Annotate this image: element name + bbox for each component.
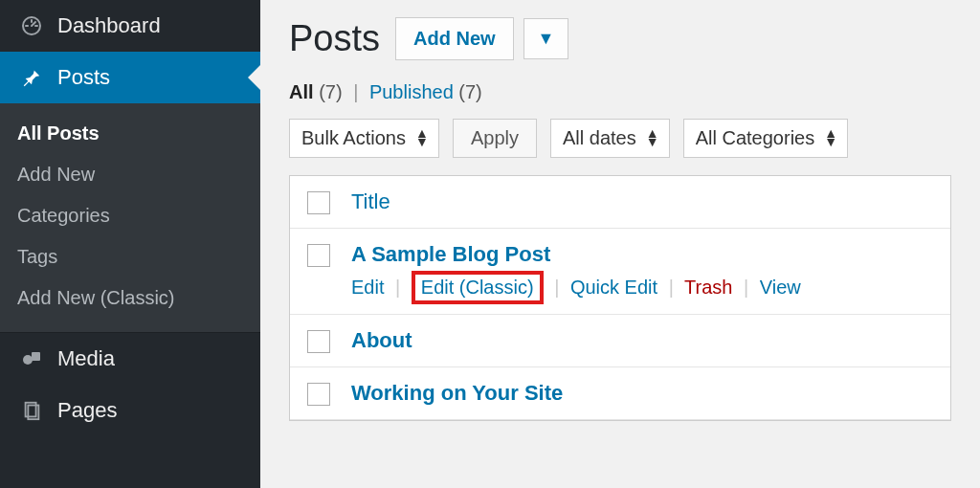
sidebar-item-media[interactable]: Media — [0, 333, 260, 385]
sidebar-item-pages[interactable]: Pages — [0, 385, 260, 436]
table-row: Working on Your Site — [290, 367, 950, 420]
posts-table: Title A Sample Blog Post Edit | Edit (Cl… — [289, 175, 951, 421]
action-quick-edit[interactable]: Quick Edit — [570, 277, 657, 298]
pin-icon — [17, 67, 46, 88]
sidebar-label-dashboard: Dashboard — [57, 13, 161, 38]
submenu-add-new-classic[interactable]: Add New (Classic) — [0, 277, 260, 319]
sidebar-label-media: Media — [57, 346, 115, 371]
sidebar-item-posts[interactable]: Posts — [0, 52, 260, 103]
sidebar-label-posts: Posts — [57, 65, 110, 90]
page-header: Posts Add New ▼ — [289, 17, 951, 60]
filter-bar: Bulk Actions ▲▼ Apply All dates ▲▼ All C… — [289, 119, 951, 158]
filter-published-link[interactable]: Published (7) — [369, 81, 482, 102]
post-status-filters: All (7) | Published (7) — [289, 81, 951, 103]
row-checkbox[interactable] — [307, 244, 330, 267]
action-trash[interactable]: Trash — [684, 277, 732, 298]
row-checkbox[interactable] — [307, 383, 330, 406]
sidebar-submenu-posts: All Posts Add New Categories Tags Add Ne… — [0, 103, 260, 332]
submenu-tags[interactable]: Tags — [0, 236, 260, 277]
svg-point-1 — [23, 355, 33, 365]
row-checkbox[interactable] — [307, 330, 330, 353]
post-title-link[interactable]: A Sample Blog Post — [351, 242, 801, 267]
media-icon — [17, 347, 46, 370]
action-view[interactable]: View — [760, 277, 801, 298]
add-new-dropdown[interactable]: ▼ — [523, 18, 569, 59]
apply-button[interactable]: Apply — [453, 119, 537, 158]
action-edit[interactable]: Edit — [351, 277, 384, 298]
bulk-actions-select[interactable]: Bulk Actions ▲▼ — [289, 119, 439, 158]
chevron-sort-icon: ▲▼ — [824, 129, 837, 148]
submenu-all-posts[interactable]: All Posts — [0, 113, 260, 154]
action-edit-classic[interactable]: Edit (Classic) — [421, 277, 534, 298]
table-row: A Sample Blog Post Edit | Edit (Classic)… — [290, 229, 950, 315]
table-header-row: Title — [290, 176, 950, 229]
date-filter-select[interactable]: All dates ▲▼ — [550, 119, 670, 158]
highlight-annotation: Edit (Classic) — [412, 271, 544, 304]
chevron-sort-icon: ▲▼ — [646, 129, 659, 148]
submenu-categories[interactable]: Categories — [0, 195, 260, 236]
filter-all-count: (7) — [319, 81, 342, 102]
filter-all-label[interactable]: All — [289, 81, 314, 102]
pages-icon — [17, 400, 46, 421]
sidebar-label-pages: Pages — [57, 398, 117, 423]
main-content: Posts Add New ▼ All (7) | Published (7) … — [260, 0, 980, 488]
submenu-add-new[interactable]: Add New — [0, 154, 260, 195]
admin-sidebar: Dashboard Posts All Posts Add New Catego… — [0, 0, 260, 488]
table-row: About — [290, 315, 950, 367]
select-all-checkbox[interactable] — [307, 191, 330, 214]
row-actions: Edit | Edit (Classic) | Quick Edit | Tra… — [351, 275, 801, 300]
column-header-title[interactable]: Title — [351, 189, 390, 214]
add-new-button[interactable]: Add New — [395, 17, 514, 60]
post-title-link[interactable]: Working on Your Site — [351, 381, 563, 406]
category-filter-select[interactable]: All Categories ▲▼ — [683, 119, 849, 158]
post-title-link[interactable]: About — [351, 328, 412, 353]
svg-rect-2 — [32, 352, 40, 361]
dashboard-icon — [17, 14, 46, 37]
sidebar-item-dashboard[interactable]: Dashboard — [0, 0, 260, 52]
page-title: Posts — [289, 18, 380, 59]
chevron-sort-icon: ▲▼ — [415, 129, 429, 148]
